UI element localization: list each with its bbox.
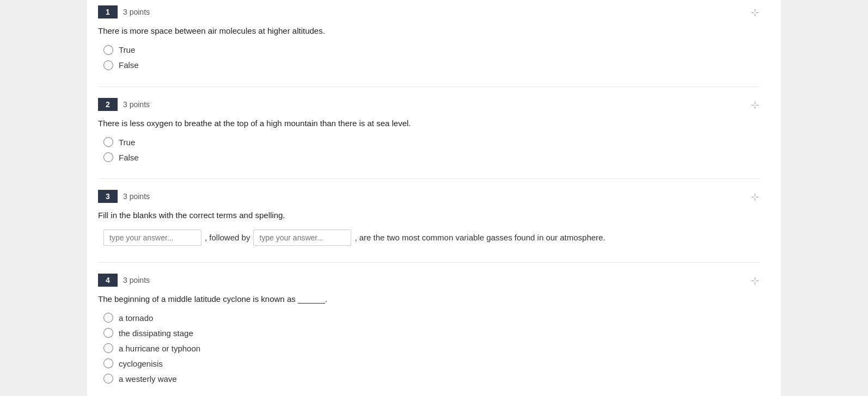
label-q4-2: a hurricane or typhoon [119, 344, 200, 353]
label-q4-4: a westerly wave [119, 374, 177, 383]
question-number-1: 1 [98, 5, 118, 18]
label-q2-true: True [119, 138, 135, 147]
radio-q2-true[interactable] [103, 137, 113, 147]
question-text-4: The beginning of a middle latitude cyclo… [98, 293, 759, 306]
radio-q4-4[interactable] [103, 374, 113, 383]
question-header-3: 3 3 points ⊹ [98, 190, 759, 203]
option-4-0[interactable]: a tornado [98, 313, 759, 323]
pin-icon-1[interactable]: ⊹ [751, 7, 759, 18]
option-4-1[interactable]: the dissipating stage [98, 328, 759, 338]
fill-blank-connector-3: , followed by [205, 233, 250, 242]
radio-q1-true[interactable] [103, 45, 113, 55]
label-q1-false: False [119, 60, 139, 70]
option-4-2[interactable]: a hurricane or typhoon [98, 343, 759, 353]
label-q4-3: cyclogenisis [119, 359, 163, 368]
question-header-1: 1 3 points ⊹ [98, 5, 759, 18]
fill-blank-row-3: , followed by , are the two most common … [98, 230, 759, 246]
option-4-3[interactable]: cyclogenisis [98, 358, 759, 368]
main-content: 1 3 points ⊹ There is more space between… [87, 0, 781, 396]
pin-icon-3[interactable]: ⊹ [751, 191, 759, 203]
question-block-4: 4 3 points ⊹ The beginning of a middle l… [98, 274, 759, 384]
question-number-4: 4 [98, 274, 118, 287]
radio-q4-0[interactable] [103, 313, 113, 323]
fill-blank-input-3a[interactable] [103, 230, 201, 246]
option-2-true[interactable]: True [98, 137, 759, 147]
label-q1-true: True [119, 45, 135, 54]
radio-q4-1[interactable] [103, 328, 113, 338]
question-header-4: 4 3 points ⊹ [98, 274, 759, 287]
question-text-1: There is more space between air molecule… [98, 25, 759, 38]
divider-2 [98, 178, 759, 179]
divider-1 [98, 86, 759, 87]
radio-q4-2[interactable] [103, 343, 113, 353]
question-points-4: 3 points [123, 276, 150, 284]
pin-icon-4[interactable]: ⊹ [751, 275, 759, 287]
radio-q4-3[interactable] [103, 358, 113, 368]
label-q4-1: the dissipating stage [119, 329, 193, 338]
question-block-3: 3 3 points ⊹ Fill in the blanks with the… [98, 190, 759, 246]
radio-q1-false[interactable] [103, 60, 113, 70]
label-q2-false: False [119, 153, 139, 162]
option-1-false[interactable]: False [98, 60, 759, 70]
pin-icon-2[interactable]: ⊹ [751, 99, 759, 111]
fill-blank-suffix-3: , are the two most common variable gasse… [354, 233, 605, 242]
label-q4-0: a tornado [119, 313, 153, 323]
question-number-3: 3 [98, 190, 118, 203]
option-1-true[interactable]: True [98, 45, 759, 55]
question-block-2: 2 3 points ⊹ There is less oxygen to bre… [98, 98, 759, 163]
question-block-1: 1 3 points ⊹ There is more space between… [98, 5, 759, 70]
radio-q2-false[interactable] [103, 152, 113, 162]
question-text-3: Fill in the blanks with the correct term… [98, 209, 759, 222]
question-text-2: There is less oxygen to breathe at the t… [98, 117, 759, 130]
option-4-4[interactable]: a westerly wave [98, 374, 759, 383]
option-2-false[interactable]: False [98, 152, 759, 162]
question-number-2: 2 [98, 98, 118, 111]
question-points-1: 3 points [123, 8, 150, 16]
right-sidebar [781, 0, 868, 396]
fill-blank-input-3b[interactable] [253, 230, 351, 246]
question-header-2: 2 3 points ⊹ [98, 98, 759, 111]
left-sidebar [0, 0, 87, 396]
question-points-3: 3 points [123, 192, 150, 201]
divider-3 [98, 262, 759, 263]
question-points-2: 3 points [123, 100, 150, 109]
